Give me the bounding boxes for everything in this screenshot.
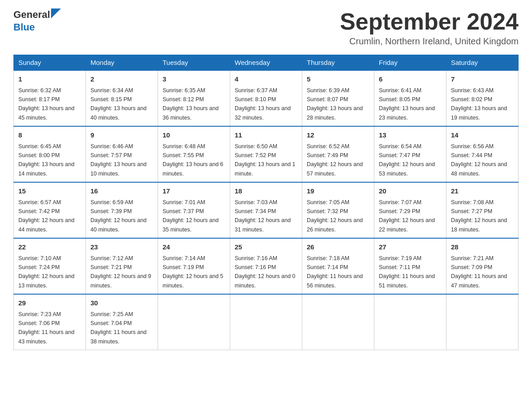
day-number: 7 [451, 74, 514, 85]
day-number: 23 [90, 242, 153, 253]
day-info: Sunrise: 7:07 AMSunset: 7:29 PMDaylight:… [379, 199, 435, 233]
calendar-cell: 14 Sunrise: 6:56 AMSunset: 7:44 PMDaylig… [446, 126, 519, 182]
day-info: Sunrise: 7:21 AMSunset: 7:09 PMDaylight:… [451, 255, 507, 289]
day-number: 14 [451, 130, 514, 141]
calendar-cell: 17 Sunrise: 7:01 AMSunset: 7:37 PMDaylig… [158, 182, 230, 238]
day-number: 20 [379, 186, 442, 197]
day-info: Sunrise: 7:08 AMSunset: 7:27 PMDaylight:… [451, 199, 507, 233]
day-info: Sunrise: 7:10 AMSunset: 7:24 PMDaylight:… [18, 255, 74, 289]
logo-arrow-icon [51, 9, 61, 18]
day-info: Sunrise: 7:12 AMSunset: 7:21 PMDaylight:… [90, 255, 151, 289]
day-info: Sunrise: 7:18 AMSunset: 7:14 PMDaylight:… [307, 255, 363, 289]
svg-marker-0 [51, 9, 61, 18]
calendar-cell: 16 Sunrise: 6:59 AMSunset: 7:39 PMDaylig… [86, 182, 158, 238]
day-info: Sunrise: 7:05 AMSunset: 7:32 PMDaylight:… [307, 199, 363, 233]
day-info: Sunrise: 6:39 AMSunset: 8:07 PMDaylight:… [307, 87, 363, 121]
calendar-cell: 11 Sunrise: 6:50 AMSunset: 7:52 PMDaylig… [230, 126, 302, 182]
day-number: 6 [379, 74, 442, 85]
calendar-cell: 2 Sunrise: 6:34 AMSunset: 8:15 PMDayligh… [86, 70, 158, 126]
day-info: Sunrise: 6:50 AMSunset: 7:52 PMDaylight:… [235, 143, 296, 177]
day-info: Sunrise: 6:57 AMSunset: 7:42 PMDaylight:… [18, 199, 74, 233]
calendar-cell: 24 Sunrise: 7:14 AMSunset: 7:19 PMDaylig… [158, 238, 230, 294]
day-number: 27 [379, 242, 442, 253]
day-number: 26 [307, 242, 369, 253]
day-info: Sunrise: 7:01 AMSunset: 7:37 PMDaylight:… [163, 199, 219, 233]
calendar-header: Sunday Monday Tuesday Wednesday Thursday… [14, 55, 519, 71]
calendar-cell [374, 294, 446, 350]
day-info: Sunrise: 6:48 AMSunset: 7:55 PMDaylight:… [163, 143, 223, 177]
calendar-cell: 19 Sunrise: 7:05 AMSunset: 7:32 PMDaylig… [302, 182, 374, 238]
calendar-cell: 23 Sunrise: 7:12 AMSunset: 7:21 PMDaylig… [86, 238, 158, 294]
calendar-cell: 27 Sunrise: 7:19 AMSunset: 7:11 PMDaylig… [374, 238, 446, 294]
day-info: Sunrise: 6:43 AMSunset: 8:02 PMDaylight:… [451, 87, 507, 121]
calendar-cell [446, 294, 519, 350]
header-sunday: Sunday [14, 55, 86, 71]
logo: General Blue [13, 9, 61, 33]
day-info: Sunrise: 7:03 AMSunset: 7:34 PMDaylight:… [235, 199, 291, 233]
day-number: 24 [163, 242, 225, 253]
day-number: 1 [18, 74, 81, 85]
calendar-cell: 22 Sunrise: 7:10 AMSunset: 7:24 PMDaylig… [14, 238, 86, 294]
day-number: 25 [235, 242, 297, 253]
day-info: Sunrise: 7:23 AMSunset: 7:06 PMDaylight:… [18, 311, 74, 345]
calendar-cell: 13 Sunrise: 6:54 AMSunset: 7:47 PMDaylig… [374, 126, 446, 182]
day-number: 15 [18, 186, 81, 197]
day-number: 21 [451, 186, 514, 197]
calendar-cell: 9 Sunrise: 6:46 AMSunset: 7:57 PMDayligh… [86, 126, 158, 182]
day-number: 12 [307, 130, 369, 141]
day-number: 13 [379, 130, 442, 141]
day-number: 19 [307, 186, 369, 197]
day-number: 2 [90, 74, 153, 85]
calendar-cell: 25 Sunrise: 7:16 AMSunset: 7:16 PMDaylig… [230, 238, 302, 294]
header-wednesday: Wednesday [230, 55, 302, 71]
day-info: Sunrise: 6:52 AMSunset: 7:49 PMDaylight:… [307, 143, 363, 177]
calendar-cell: 12 Sunrise: 6:52 AMSunset: 7:49 PMDaylig… [302, 126, 374, 182]
day-number: 16 [90, 186, 153, 197]
header-monday: Monday [86, 55, 158, 71]
day-number: 18 [235, 186, 297, 197]
calendar-cell: 30 Sunrise: 7:25 AMSunset: 7:04 PMDaylig… [86, 294, 158, 350]
day-number: 22 [18, 242, 81, 253]
logo-general-text: General [13, 9, 50, 21]
day-info: Sunrise: 6:32 AMSunset: 8:17 PMDaylight:… [18, 87, 74, 121]
day-number: 30 [90, 298, 153, 308]
logo-blue-text: Blue [13, 21, 35, 33]
day-info: Sunrise: 6:59 AMSunset: 7:39 PMDaylight:… [90, 199, 146, 233]
day-number: 29 [18, 298, 81, 308]
day-info: Sunrise: 6:35 AMSunset: 8:12 PMDaylight:… [163, 87, 219, 121]
day-number: 9 [90, 130, 153, 141]
day-info: Sunrise: 6:41 AMSunset: 8:05 PMDaylight:… [379, 87, 435, 121]
day-info: Sunrise: 6:56 AMSunset: 7:44 PMDaylight:… [451, 143, 507, 177]
calendar-cell: 3 Sunrise: 6:35 AMSunset: 8:12 PMDayligh… [158, 70, 230, 126]
day-info: Sunrise: 7:25 AMSunset: 7:04 PMDaylight:… [90, 311, 146, 345]
day-number: 5 [307, 74, 369, 85]
calendar-cell [158, 294, 230, 350]
day-info: Sunrise: 6:45 AMSunset: 8:00 PMDaylight:… [18, 143, 74, 177]
page-header: General Blue September 2024 Crumlin, Nor… [13, 9, 519, 47]
calendar-cell: 10 Sunrise: 6:48 AMSunset: 7:55 PMDaylig… [158, 126, 230, 182]
calendar-cell: 21 Sunrise: 7:08 AMSunset: 7:27 PMDaylig… [446, 182, 519, 238]
day-info: Sunrise: 7:16 AMSunset: 7:16 PMDaylight:… [235, 255, 296, 289]
calendar-cell: 18 Sunrise: 7:03 AMSunset: 7:34 PMDaylig… [230, 182, 302, 238]
calendar-cell: 26 Sunrise: 7:18 AMSunset: 7:14 PMDaylig… [302, 238, 374, 294]
day-number: 4 [235, 74, 297, 85]
day-number: 10 [163, 130, 225, 141]
calendar-cell [302, 294, 374, 350]
day-info: Sunrise: 7:14 AMSunset: 7:19 PMDaylight:… [163, 255, 223, 289]
day-number: 28 [451, 242, 514, 253]
header-saturday: Saturday [446, 55, 519, 71]
calendar-cell: 4 Sunrise: 6:37 AMSunset: 8:10 PMDayligh… [230, 70, 302, 126]
day-number: 11 [235, 130, 297, 141]
calendar-cell: 7 Sunrise: 6:43 AMSunset: 8:02 PMDayligh… [446, 70, 519, 126]
calendar-cell: 29 Sunrise: 7:23 AMSunset: 7:06 PMDaylig… [14, 294, 86, 350]
day-number: 17 [163, 186, 225, 197]
calendar-table: Sunday Monday Tuesday Wednesday Thursday… [13, 55, 519, 350]
calendar-cell: 20 Sunrise: 7:07 AMSunset: 7:29 PMDaylig… [374, 182, 446, 238]
calendar-cell: 5 Sunrise: 6:39 AMSunset: 8:07 PMDayligh… [302, 70, 374, 126]
header-thursday: Thursday [302, 55, 374, 71]
calendar-cell: 28 Sunrise: 7:21 AMSunset: 7:09 PMDaylig… [446, 238, 519, 294]
calendar-cell: 8 Sunrise: 6:45 AMSunset: 8:00 PMDayligh… [14, 126, 86, 182]
calendar-body: 1 Sunrise: 6:32 AMSunset: 8:17 PMDayligh… [14, 70, 519, 350]
header-tuesday: Tuesday [158, 55, 230, 71]
day-info: Sunrise: 6:34 AMSunset: 8:15 PMDaylight:… [90, 87, 146, 121]
